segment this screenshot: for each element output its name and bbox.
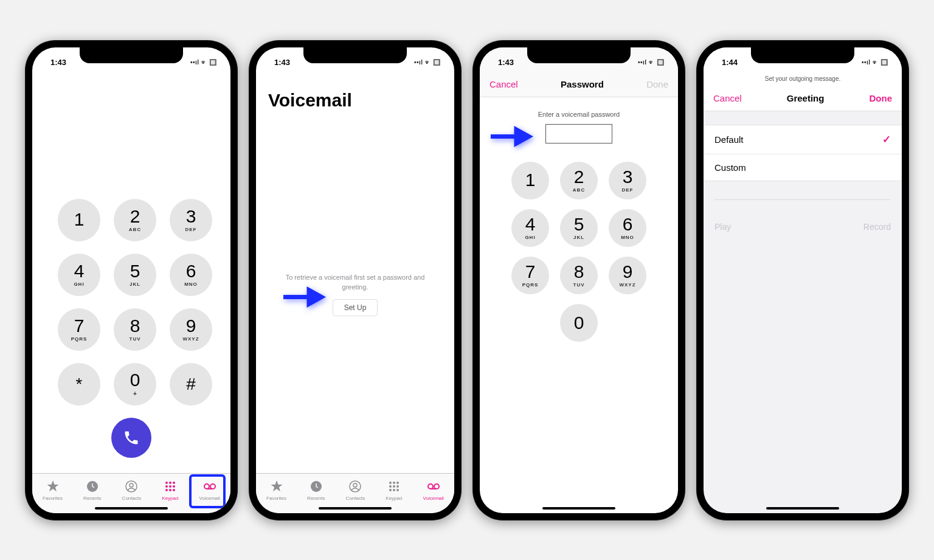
key-9[interactable]: 9WXYZ: [170, 308, 212, 351]
svg-point-24: [389, 489, 392, 491]
dialer-keypad: 1 2ABC 3DEF 4GHI 5JKL 6MNO 7PQRS 8TUV 9W…: [32, 199, 230, 406]
svg-point-27: [428, 484, 433, 489]
svg-point-20: [396, 482, 399, 484]
svg-point-2: [130, 483, 133, 487]
option-default[interactable]: Default ✓: [704, 125, 902, 154]
tab-voicemail[interactable]: Voicemail: [199, 479, 220, 501]
svg-point-10: [169, 489, 171, 491]
status-time: 1:43: [274, 58, 290, 67]
tab-favorites[interactable]: Favorites: [266, 479, 286, 501]
key-2[interactable]: 2ABC: [114, 199, 156, 241]
svg-point-9: [165, 489, 168, 491]
playback-controls: Play Record: [704, 216, 902, 235]
voicemail-icon: [202, 479, 217, 494]
key-0[interactable]: 0: [560, 304, 598, 342]
option-label: Custom: [714, 162, 746, 173]
key-0[interactable]: 0+: [114, 363, 156, 406]
cancel-button[interactable]: Cancel: [489, 79, 518, 89]
status-indicators: ••ıl ᯤ 🔲: [638, 59, 665, 66]
status-indicators: ••ıl ᯤ 🔲: [190, 59, 217, 66]
svg-point-17: [353, 483, 357, 487]
phone-4-greeting: 1:44 ••ıl ᯤ 🔲 Set your outgoing message.…: [696, 40, 909, 520]
key-3[interactable]: 3DEF: [170, 199, 212, 241]
svg-point-19: [393, 482, 395, 484]
svg-point-3: [165, 482, 168, 484]
svg-point-12: [204, 484, 209, 489]
svg-point-23: [396, 485, 399, 488]
tab-contacts[interactable]: Contacts: [122, 479, 142, 501]
voicemail-title: Voicemail: [256, 72, 454, 117]
key-3[interactable]: 3DEF: [609, 162, 646, 199]
svg-point-28: [434, 484, 439, 489]
status-indicators: ••ıl ᯤ 🔲: [414, 59, 441, 66]
password-input[interactable]: [545, 124, 612, 143]
key-1[interactable]: 1: [58, 199, 100, 241]
home-indicator[interactable]: [95, 507, 168, 510]
key-7[interactable]: 7PQRS: [58, 308, 100, 351]
nav-title: Greeting: [787, 93, 825, 103]
clock-icon: [309, 479, 323, 494]
option-label: Default: [714, 134, 744, 145]
key-4[interactable]: 4GHI: [58, 254, 100, 296]
record-button: Record: [863, 222, 891, 232]
tab-keypad[interactable]: Keypad: [162, 479, 178, 501]
tab-favorites[interactable]: Favorites: [43, 479, 63, 501]
greeting-subheader: Set your outgoing message.: [704, 72, 902, 86]
svg-point-5: [173, 482, 175, 484]
key-star[interactable]: *: [58, 363, 100, 406]
key-hash[interactable]: #: [170, 363, 212, 406]
svg-point-11: [173, 489, 175, 491]
done-button[interactable]: Done: [869, 93, 892, 103]
cancel-button[interactable]: Cancel: [713, 93, 742, 103]
key-1[interactable]: 1: [511, 162, 549, 199]
tab-voicemail[interactable]: Voicemail: [423, 479, 444, 501]
key-5[interactable]: 5JKL: [560, 209, 598, 247]
keypad-icon: [387, 479, 401, 494]
password-keypad: 1 2ABC 3DEF 4GHI 5JKL 6MNO 7PQRS 8TUV 9W…: [480, 162, 678, 342]
key-4[interactable]: 4GHI: [511, 209, 549, 247]
nav-bar: Cancel Password Done: [480, 72, 678, 97]
key-9[interactable]: 9WXYZ: [609, 257, 646, 294]
tab-recents[interactable]: Recents: [83, 479, 101, 501]
status-time: 1:44: [722, 58, 738, 67]
home-indicator[interactable]: [766, 507, 839, 510]
annotation-arrow: [283, 283, 326, 311]
done-button: Done: [646, 79, 668, 89]
key-8[interactable]: 8TUV: [114, 308, 156, 351]
svg-point-8: [173, 485, 175, 488]
key-6[interactable]: 6MNO: [170, 254, 212, 296]
phone-1-keypad: 1:43 ••ıl ᯤ 🔲 1 2ABC 3DEF 4GHI 5JKL 6MNO…: [25, 40, 238, 520]
svg-point-7: [169, 485, 171, 488]
call-button[interactable]: [111, 418, 151, 458]
phone-icon: [123, 429, 140, 446]
star-icon: [269, 479, 284, 494]
key-5[interactable]: 5JKL: [114, 254, 156, 296]
home-indicator[interactable]: [319, 507, 392, 510]
svg-point-18: [389, 482, 392, 484]
setup-button[interactable]: Set Up: [333, 299, 378, 316]
svg-point-22: [393, 485, 395, 488]
status-time: 1:43: [498, 58, 514, 67]
home-indicator[interactable]: [542, 507, 615, 510]
option-custom[interactable]: Custom: [704, 154, 902, 181]
person-icon: [348, 479, 362, 494]
tab-keypad[interactable]: Keypad: [386, 479, 402, 501]
svg-point-21: [389, 485, 392, 488]
phone-3-password: 1:43 ••ıl ᯤ 🔲 Cancel Password Done Enter…: [472, 40, 685, 520]
status-time: 1:43: [50, 58, 66, 67]
key-6[interactable]: 6MNO: [609, 209, 646, 247]
tab-contacts[interactable]: Contacts: [346, 479, 365, 501]
svg-point-6: [165, 485, 168, 488]
tab-recents[interactable]: Recents: [307, 479, 325, 501]
nav-title: Password: [561, 79, 604, 89]
svg-point-4: [169, 482, 171, 484]
checkmark-icon: ✓: [882, 133, 891, 146]
play-button: Play: [714, 222, 731, 232]
key-7[interactable]: 7PQRS: [511, 257, 549, 294]
phone-2-voicemail: 1:43 ••ıl ᯤ 🔲 Voicemail To retrieve a vo…: [249, 40, 462, 520]
key-2[interactable]: 2ABC: [560, 162, 598, 199]
password-prompt: Enter a voicemail password: [480, 111, 678, 118]
voicemail-icon: [426, 479, 441, 494]
greeting-options-list: Default ✓ Custom: [704, 125, 902, 181]
key-8[interactable]: 8TUV: [560, 257, 598, 294]
